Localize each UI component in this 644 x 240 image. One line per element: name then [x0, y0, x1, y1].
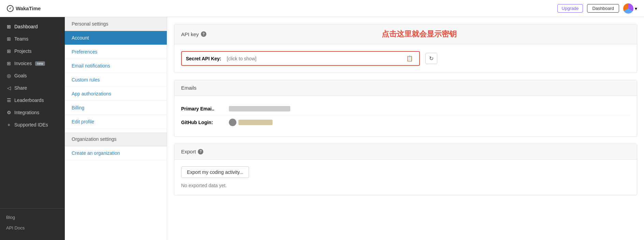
- topnav-right: Upgrade Dashboard ▾: [557, 3, 637, 14]
- sidebar-footer-api-docs[interactable]: API Docs: [0, 223, 65, 233]
- api-key-refresh-button[interactable]: ↻: [425, 53, 437, 64]
- dashboard-button[interactable]: Dashboard: [587, 4, 619, 13]
- sidebar-item-label: Share: [14, 85, 27, 91]
- sidebar-item-label: Dashboard: [14, 24, 38, 29]
- emails-body: Primary Emai.. GitHub Login:: [174, 96, 637, 136]
- primary-email-label: Primary Emai..: [181, 106, 225, 111]
- integrations-icon: ⚙: [6, 110, 12, 115]
- api-key-box[interactable]: Secret API Key: 📋: [181, 51, 420, 66]
- sidebar-item-label: Goals: [14, 73, 27, 78]
- org-settings-header: Organization settings: [65, 132, 167, 146]
- invoices-icon: ⊞: [6, 61, 12, 66]
- personal-settings-header: Personal settings: [65, 17, 167, 31]
- api-key-help-icon[interactable]: ?: [201, 31, 206, 37]
- emails-section: Emails Primary Emai.. GitHub Login:: [174, 80, 637, 137]
- export-section: Export ? Export my coding activity... No…: [174, 144, 637, 195]
- upgrade-button[interactable]: Upgrade: [557, 4, 583, 13]
- api-key-title: API key: [181, 31, 199, 37]
- copy-icon: 📋: [406, 56, 413, 61]
- logo-icon: [7, 5, 14, 12]
- logo-text: WakaTime: [16, 5, 41, 11]
- sidebar-footer-blog[interactable]: Blog: [0, 212, 65, 223]
- projects-icon: ⊞: [6, 48, 12, 54]
- export-header: Export ?: [174, 144, 637, 160]
- github-login-row: GitHub Login:: [181, 115, 630, 130]
- sidebar: ⊞ Dashboard ⊞ Teams ⊞ Projects ⊞ Invoice…: [0, 17, 65, 240]
- refresh-icon: ↻: [429, 56, 434, 61]
- share-icon: ◁: [6, 85, 12, 91]
- api-key-copy-button[interactable]: 📋: [404, 55, 415, 62]
- settings-nav-custom-rules[interactable]: Custom rules: [65, 73, 167, 87]
- settings-sidebar: Personal settings Account Preferences Em…: [65, 17, 167, 240]
- supported-ides-icon: +: [6, 122, 12, 127]
- api-key-input[interactable]: [227, 56, 404, 61]
- settings-nav-account[interactable]: Account: [65, 31, 167, 45]
- settings-nav-email-notifications[interactable]: Email notifications: [65, 59, 167, 73]
- api-key-header: API key ? 点击这里就会显示密钥: [174, 24, 637, 44]
- github-login-text: [238, 120, 273, 125]
- api-key-body: Secret API Key: 📋 ↻: [174, 44, 637, 73]
- emails-title: Emails: [181, 85, 196, 91]
- github-avatar: [229, 119, 236, 126]
- export-help-icon[interactable]: ?: [198, 149, 203, 154]
- sidebar-item-dashboard[interactable]: ⊞ Dashboard: [0, 20, 65, 33]
- sidebar-item-label: Integrations: [14, 110, 39, 115]
- sidebar-item-label: Invoices: [14, 61, 32, 66]
- sidebar-item-label: Leaderboards: [14, 97, 44, 103]
- sidebar-item-projects[interactable]: ⊞ Projects: [0, 45, 65, 57]
- avatar-chevron: ▾: [635, 6, 637, 11]
- github-login-value: [229, 119, 273, 126]
- export-activity-button[interactable]: Export my coding activity...: [181, 166, 249, 178]
- sidebar-item-label: Supported IDEs: [14, 122, 48, 127]
- sidebar-item-leaderboards[interactable]: ☰ Leaderboards: [0, 94, 65, 106]
- settings-nav-preferences[interactable]: Preferences: [65, 45, 167, 59]
- sidebar-footer: Blog API Docs: [0, 208, 65, 237]
- goals-icon: ◎: [6, 73, 12, 78]
- main-wrap: ⊞ Dashboard ⊞ Teams ⊞ Projects ⊞ Invoice…: [0, 17, 644, 240]
- api-key-label: Secret API Key:: [186, 56, 221, 61]
- user-avatar-menu[interactable]: ▾: [623, 3, 637, 14]
- primary-email-value: [229, 106, 290, 111]
- settings-nav-billing[interactable]: Billing: [65, 101, 167, 115]
- sidebar-item-teams[interactable]: ⊞ Teams: [0, 33, 65, 45]
- teams-icon: ⊞: [6, 36, 12, 42]
- leaderboards-icon: ☰: [6, 97, 12, 103]
- main-content: API key ? 点击这里就会显示密钥 Secret API Key: 📋: [167, 17, 644, 240]
- github-login-label: GitHub Login:: [181, 120, 225, 125]
- sidebar-item-share[interactable]: ◁ Share: [0, 82, 65, 94]
- api-key-section: API key ? 点击这里就会显示密钥 Secret API Key: 📋: [174, 24, 637, 73]
- sidebar-item-integrations[interactable]: ⚙ Integrations: [0, 106, 65, 119]
- settings-nav-edit-profile[interactable]: Edit profile: [65, 115, 167, 129]
- sidebar-item-supported-ides[interactable]: + Supported IDEs: [0, 119, 65, 131]
- export-body: Export my coding activity... No exported…: [174, 160, 637, 195]
- sidebar-item-goals[interactable]: ◎ Goals: [0, 70, 65, 82]
- topnav-left: WakaTime: [7, 5, 41, 12]
- dashboard-icon: ⊞: [6, 24, 12, 29]
- settings-nav-app-authorizations[interactable]: App authorizations: [65, 87, 167, 101]
- settings-nav-create-org[interactable]: Create an organization: [65, 146, 167, 160]
- api-key-hint: 点击这里就会显示密钥: [208, 29, 630, 39]
- api-key-row: Secret API Key: 📋 ↻: [181, 51, 630, 66]
- sidebar-item-label: Teams: [14, 36, 28, 42]
- sidebar-item-label: Projects: [14, 48, 32, 54]
- content-area: Personal settings Account Preferences Em…: [65, 17, 644, 240]
- export-title: Export: [181, 149, 196, 154]
- sidebar-item-invoices[interactable]: ⊞ Invoices new: [0, 57, 65, 70]
- emails-header: Emails: [174, 80, 637, 96]
- avatar: [623, 3, 633, 14]
- logo: WakaTime: [7, 5, 41, 12]
- no-exported-data-text: No exported data yet.: [181, 183, 630, 188]
- primary-email-row: Primary Emai..: [181, 103, 630, 115]
- topnav: WakaTime Upgrade Dashboard ▾: [0, 0, 644, 17]
- invoices-badge: new: [35, 61, 45, 66]
